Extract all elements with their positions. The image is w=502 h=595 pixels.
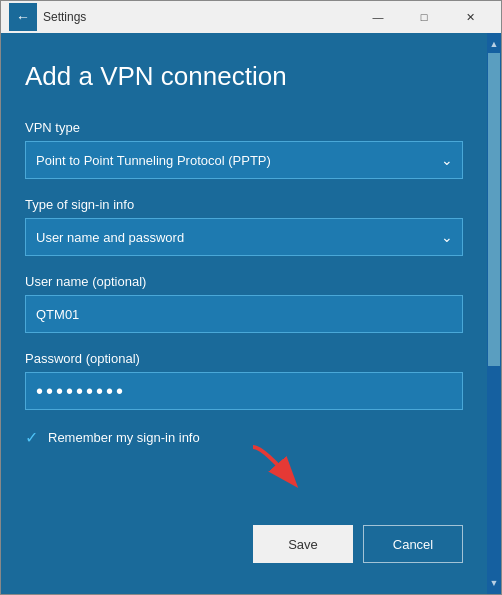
window-title: Settings — [43, 10, 355, 24]
scrollbar: ▲ ▼ — [487, 33, 501, 594]
cancel-button[interactable]: Cancel — [363, 525, 463, 563]
username-label: User name (optional) — [25, 274, 463, 289]
sign-in-wrapper: User name and password ⌄ — [25, 218, 463, 256]
button-row: Save Cancel — [25, 525, 463, 571]
sign-in-label: Type of sign-in info — [25, 197, 463, 212]
vpn-type-select[interactable]: Point to Point Tunneling Protocol (PPTP) — [25, 141, 463, 179]
maximize-button[interactable]: □ — [401, 1, 447, 33]
vpn-type-wrapper: Point to Point Tunneling Protocol (PPTP)… — [25, 141, 463, 179]
back-button[interactable]: ← — [9, 3, 37, 31]
password-label: Password (optional) — [25, 351, 463, 366]
remember-label: Remember my sign-in info — [48, 430, 200, 445]
scroll-thumb[interactable] — [488, 53, 500, 366]
window-controls: — □ ✕ — [355, 1, 493, 33]
scroll-track — [487, 53, 501, 574]
page-title: Add a VPN connection — [25, 61, 463, 92]
scroll-down-button[interactable]: ▼ — [487, 574, 501, 592]
minimize-button[interactable]: — — [355, 1, 401, 33]
minimize-icon: — — [373, 11, 384, 23]
checkbox-check-icon: ✓ — [25, 428, 38, 447]
close-button[interactable]: ✕ — [447, 1, 493, 33]
close-icon: ✕ — [466, 11, 475, 24]
password-input[interactable] — [25, 372, 463, 410]
save-button[interactable]: Save — [253, 525, 353, 563]
content-area: Add a VPN connection VPN type Point to P… — [1, 33, 501, 594]
remember-row[interactable]: ✓ Remember my sign-in info — [25, 428, 463, 447]
sign-in-select[interactable]: User name and password — [25, 218, 463, 256]
title-bar: ← Settings — □ ✕ — [1, 1, 501, 33]
scroll-up-button[interactable]: ▲ — [487, 35, 501, 53]
window: ← Settings — □ ✕ Add a VPN connection VP… — [0, 0, 502, 595]
username-input[interactable] — [25, 295, 463, 333]
vpn-type-label: VPN type — [25, 120, 463, 135]
main-content: Add a VPN connection VPN type Point to P… — [1, 33, 487, 594]
maximize-icon: □ — [421, 11, 428, 23]
